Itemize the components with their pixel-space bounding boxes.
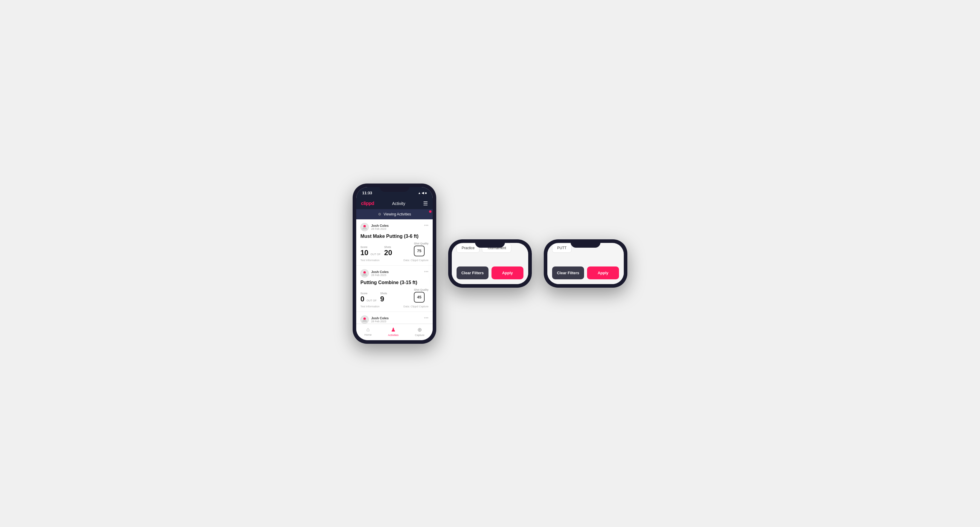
- phone-1: 11:33 ▲ ◀ ■ clippd Activity ☰ ⚙ Viewing …: [353, 184, 436, 344]
- svg-point-2: [363, 317, 366, 320]
- user-name-2: Josh Coles: [371, 270, 389, 274]
- viewing-activities-label-1: Viewing Activities: [384, 212, 411, 216]
- notification-dot-1: [429, 210, 431, 213]
- more-button-2[interactable]: •••: [424, 269, 428, 274]
- avatar-3: [360, 316, 369, 324]
- activity-title-1: Must Make Putting (3-6 ft): [360, 234, 428, 239]
- activity-title-2: Putting Combine (3-15 ft): [360, 280, 428, 285]
- status-icons-1: ▲ ◀ ■: [418, 191, 427, 195]
- logo-1: clippd: [361, 201, 374, 206]
- stats-row-1: Score 10 OUT OF Shots 20 Shot Quality 75: [360, 242, 428, 256]
- score-value-1: 10: [360, 249, 369, 256]
- user-info-2: Josh Coles 28 Feb 2023: [360, 269, 389, 278]
- user-date-3: 28 Feb 2023: [371, 320, 389, 323]
- avatar-1: [360, 223, 369, 231]
- stats-row-2: Score 0 OUT OF Shots 9 Shot Quality 45: [360, 288, 428, 303]
- score-value-2: 0: [360, 295, 364, 303]
- filter-sheet-3: Filter ✕ Show Rounds Practice Drills Pra…: [547, 243, 624, 284]
- viewing-bar-1[interactable]: ⚙ Viewing Activities: [356, 209, 433, 219]
- activities-label-1: Activities: [388, 333, 399, 337]
- test-info-2: Test Information: [360, 305, 380, 308]
- nav-capture-1[interactable]: ⊕ Capture: [415, 327, 425, 337]
- test-info-1: Test Information: [360, 259, 380, 262]
- shot-quality-badge-2: 45: [414, 292, 425, 303]
- card-footer-1: Test Information Data: Clippd Capture: [360, 259, 428, 262]
- apply-btn-2[interactable]: Apply: [492, 267, 523, 279]
- putt-btn-3[interactable]: PUTT: [552, 243, 571, 253]
- svg-point-1: [363, 271, 366, 274]
- svg-point-0: [363, 225, 366, 227]
- nav-bar-1: clippd Activity ☰: [356, 198, 433, 209]
- out-of-1: OUT OF: [371, 253, 381, 256]
- user-info-3: Josh Coles 28 Feb 2023: [360, 316, 389, 324]
- data-source-1: Data: Clippd Capture: [403, 259, 428, 262]
- capture-icon-1: ⊕: [417, 327, 422, 333]
- out-of-2: OUT OF: [366, 299, 377, 302]
- capture-label-1: Capture: [415, 333, 425, 337]
- activities-icon-1: ♟: [391, 327, 396, 333]
- user-date-1: 28 Feb 2023: [371, 227, 389, 230]
- filter-footer-2: Clear Filters Apply: [452, 262, 528, 284]
- nav-title-1: Activity: [392, 201, 405, 206]
- shots-value-2: 9: [380, 295, 387, 303]
- shots-value-1: 20: [384, 249, 392, 256]
- nav-home-1[interactable]: ⌂ Home: [364, 327, 371, 337]
- phone-3: 11:33 ▲ ◀ ■ clippd Activity ☰ ⚙ Viewing …: [544, 239, 627, 288]
- user-name-1: Josh Coles: [371, 224, 389, 227]
- menu-icon-1[interactable]: ☰: [423, 200, 428, 207]
- activity-card-2[interactable]: Josh Coles 28 Feb 2023 ••• Putting Combi…: [356, 265, 433, 312]
- user-name-3: Josh Coles: [371, 316, 389, 320]
- filter-sheet-2: Filter ✕ Show Rounds Practice Drills Rou…: [452, 243, 528, 284]
- nav-activities-1[interactable]: ♟ Activities: [388, 327, 399, 337]
- notch-2: [475, 239, 505, 248]
- card-footer-2: Test Information Data: Clippd Capture: [360, 305, 428, 308]
- shot-quality-badge-1: 75: [414, 246, 425, 256]
- apply-btn-3[interactable]: Apply: [587, 267, 619, 279]
- notch-3: [571, 239, 600, 248]
- clear-filters-btn-3[interactable]: Clear Filters: [552, 267, 584, 279]
- activity-card-3[interactable]: Josh Coles 28 Feb 2023 •••: [356, 312, 433, 324]
- home-icon-1: ⌂: [366, 327, 370, 333]
- time-1: 11:33: [362, 191, 372, 195]
- avatar-2: [360, 269, 369, 278]
- data-source-2: Data: Clippd Capture: [403, 305, 428, 308]
- home-label-1: Home: [364, 333, 371, 336]
- notch-1: [380, 184, 409, 192]
- phone-2: 11:33 ▲ ◀ ■ clippd Activity ☰ ⚙ Viewing …: [448, 239, 532, 288]
- user-date-2: 28 Feb 2023: [371, 274, 389, 277]
- more-button-3[interactable]: •••: [424, 316, 428, 320]
- activity-card-1[interactable]: Josh Coles 28 Feb 2023 ••• Must Make Put…: [356, 219, 433, 265]
- user-info-1: Josh Coles 28 Feb 2023: [360, 223, 389, 231]
- filter-footer-3: Clear Filters Apply: [547, 262, 624, 284]
- more-button-1[interactable]: •••: [424, 223, 428, 228]
- clear-filters-btn-2[interactable]: Clear Filters: [457, 267, 488, 279]
- bottom-nav-1: ⌂ Home ♟ Activities ⊕ Capture: [356, 324, 433, 340]
